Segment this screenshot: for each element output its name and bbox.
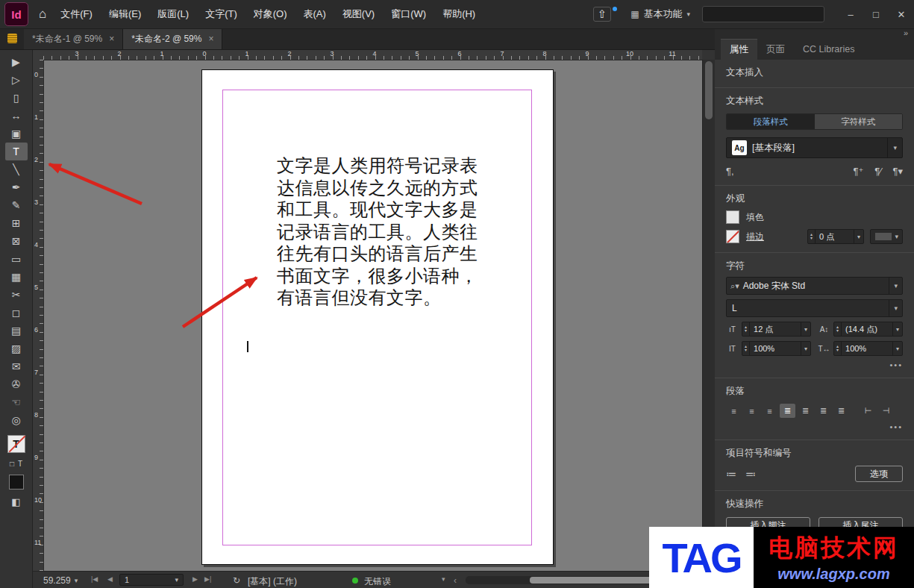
document-tab[interactable]: *未命名-1 @ 59% × <box>24 28 123 49</box>
vertical-scale-stepper[interactable]: ▴▾ 100% ▾ <box>742 341 811 356</box>
last-page-button[interactable]: ▶| <box>204 575 211 583</box>
panel-tab[interactable]: 属性 <box>721 39 757 60</box>
panel-tab[interactable]: CC Libraries <box>794 39 863 60</box>
align-towards-spine-button[interactable]: ⊢ <box>860 404 876 418</box>
paragraph-style-select[interactable]: Ag [基本段落] ▾ <box>726 137 903 158</box>
menu-item[interactable]: 文字(T) <box>197 0 245 28</box>
ruler-origin-corner[interactable] <box>33 49 44 60</box>
chevron-down-icon[interactable]: ▾ <box>801 342 810 355</box>
font-style-select[interactable]: L ▾ <box>726 299 903 317</box>
gradient-swatch-tool[interactable]: ▤ <box>5 322 28 340</box>
document-tab[interactable]: *未命名-2 @ 59% × <box>123 28 222 49</box>
first-page-button[interactable]: |◀ <box>91 575 98 583</box>
align-left-button[interactable]: ≡ <box>726 404 742 418</box>
scroll-left-icon[interactable]: ‹ <box>454 575 457 586</box>
chevron-down-icon[interactable]: ▾ <box>892 322 902 336</box>
fill-label[interactable]: 填色 <box>746 211 764 224</box>
font-size-stepper[interactable]: ▴▾ 12 点 ▾ <box>742 322 811 337</box>
scissors-tool[interactable]: ✂ <box>5 286 28 304</box>
spinner-arrows-icon[interactable]: ▴▾ <box>742 322 750 336</box>
home-icon[interactable]: ⌂ <box>39 7 46 22</box>
justify-all-button[interactable]: ≣ <box>833 404 849 418</box>
clear-overrides-icon[interactable]: ¶⁄ <box>874 166 881 177</box>
preflight-icon[interactable]: ↻ <box>233 575 240 586</box>
vertical-grid-tool[interactable]: ▦ <box>5 268 28 286</box>
preflight-profile[interactable]: [基本] (工作) <box>248 575 297 588</box>
search-input[interactable] <box>702 6 824 22</box>
note-tool[interactable]: ✉ <box>5 357 28 375</box>
paragraph-mark-icon[interactable]: ¶, <box>726 166 734 177</box>
formatting-affects-container-icon[interactable]: □ <box>10 460 14 468</box>
style-options-icon[interactable]: ¶▾ <box>892 166 903 177</box>
line-tool[interactable]: ╲ <box>5 160 28 178</box>
horizontal-scale-stepper[interactable]: ▴▾ 100% ▾ <box>833 341 903 356</box>
chevron-down-icon[interactable]: ▾ <box>801 322 810 336</box>
free-transform-tool[interactable]: ◻ <box>5 304 28 322</box>
workspace-switcher[interactable]: ▦ 基本功能 ▾ <box>630 7 690 21</box>
bullets-options-button[interactable]: 选项 <box>855 466 903 482</box>
pen-tool[interactable]: ✒ <box>5 178 28 196</box>
screen-mode-button[interactable]: ◧ <box>11 496 20 507</box>
more-options-icon[interactable]: ••• <box>726 360 903 369</box>
stroke-type-select[interactable]: ▾ <box>870 229 903 244</box>
justify-right-button[interactable]: ≣ <box>816 404 831 418</box>
vertical-ruler[interactable]: 01234567891011 <box>33 60 44 571</box>
more-options-icon[interactable]: ••• <box>726 422 903 431</box>
style-segment[interactable]: 段落样式 <box>727 114 815 129</box>
zoom-tool[interactable]: ◎ <box>5 411 28 429</box>
menu-item[interactable]: 视图(V) <box>334 0 383 28</box>
font-family-select[interactable]: ⌕▾ Adobe 宋体 Std ▾ <box>726 277 903 295</box>
next-style-icon[interactable]: ¶⁺ <box>853 166 863 177</box>
style-segment[interactable]: 字符样式 <box>815 114 903 129</box>
font-search-icon[interactable]: ⌕▾ <box>727 281 743 291</box>
formatting-affects-text-icon[interactable]: T <box>18 460 22 468</box>
chevron-down-icon[interactable]: ▾ <box>854 230 863 243</box>
spinner-arrows-icon[interactable]: ▴▾ <box>742 342 750 355</box>
stroke-weight-stepper[interactable]: ▴▾ 0 点 ▾ <box>807 229 864 244</box>
preflight-status[interactable]: 无错误 <box>364 575 391 588</box>
vertical-scrollbar-thumb[interactable] <box>705 61 713 119</box>
spinner-arrows-icon[interactable]: ▴▾ <box>834 342 842 355</box>
workspace-dock-icon[interactable] <box>7 34 17 43</box>
horizontal-grid-tool[interactable]: ⊞ <box>5 214 28 232</box>
close-button[interactable]: ✕ <box>889 9 914 20</box>
numbered-list-icon[interactable]: ≕ <box>745 468 756 480</box>
align-center-button[interactable]: ≡ <box>744 404 760 418</box>
chevron-down-icon[interactable]: ▾ <box>442 575 445 583</box>
minimize-button[interactable]: – <box>838 9 863 20</box>
tab-close-icon[interactable]: × <box>208 34 213 44</box>
menu-item[interactable]: 表(A) <box>295 0 334 28</box>
leading-stepper[interactable]: ▴▾ (14.4 点) ▾ <box>833 322 903 337</box>
prev-page-button[interactable]: ◀ <box>107 575 113 583</box>
bullet-list-icon[interactable]: ≔ <box>726 468 736 480</box>
direct-selection-tool[interactable]: ▷ <box>5 71 28 89</box>
content-collector-tool[interactable]: ▣ <box>5 125 28 143</box>
eyedropper-tool[interactable]: ✇ <box>5 375 28 393</box>
tab-close-icon[interactable]: × <box>109 34 114 44</box>
justify-center-button[interactable]: ≣ <box>798 404 813 418</box>
maximize-button[interactable]: □ <box>863 9 889 20</box>
menu-item[interactable]: 帮助(H) <box>434 0 483 28</box>
chevron-down-icon[interactable]: ▾ <box>892 342 902 355</box>
align-away-spine-button[interactable]: ⊣ <box>878 404 894 418</box>
menu-item[interactable]: 对象(O) <box>245 0 295 28</box>
gap-tool[interactable]: ↔ <box>5 107 28 125</box>
fill-color-swatch[interactable] <box>9 475 24 490</box>
panel-tab[interactable]: 页面 <box>757 39 794 60</box>
menu-item[interactable]: 文件(F) <box>52 0 101 28</box>
selection-tool[interactable]: ▶ <box>5 53 28 71</box>
spinner-arrows-icon[interactable]: ▴▾ <box>834 322 842 336</box>
document-page[interactable]: 文字是人类用符号记录表达信息以传之久远的方式和工具。现代文字大多是记录语言的工具… <box>201 69 554 565</box>
menu-item[interactable]: 版面(L) <box>149 0 197 28</box>
type-tool[interactable]: T <box>5 143 28 160</box>
vertical-scrollbar[interactable] <box>702 60 715 571</box>
text-frame[interactable]: 文字是人类用符号记录表达信息以传之久远的方式和工具。现代文字大多是记录语言的工具… <box>222 90 532 545</box>
align-right-button[interactable]: ≡ <box>762 404 777 418</box>
text-fill-indicator[interactable]: T <box>7 435 25 453</box>
page-tool[interactable]: ▯ <box>5 89 28 107</box>
menu-item[interactable]: 窗口(W) <box>383 0 434 28</box>
pencil-tool[interactable]: ✎ <box>5 196 28 214</box>
justify-left-button[interactable]: ≣ <box>780 404 795 418</box>
stroke-swatch-icon[interactable] <box>726 230 739 243</box>
next-page-button[interactable]: ▶ <box>192 575 198 583</box>
